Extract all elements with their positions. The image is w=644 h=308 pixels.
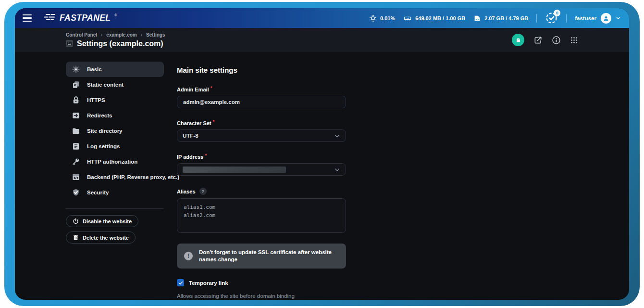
sidebar-item-label: Basic [87,66,102,72]
fastpanel-logo[interactable]: FASTPANEL ® [44,13,117,23]
breadcrumb-item-settings: Settings [146,32,165,38]
disk-usage-stat: 2.07 GB / 4.79 GB [473,14,528,22]
help-icon[interactable]: ? [199,188,207,195]
cpu-icon [369,14,377,22]
ip-address-label: IP address* [177,154,346,160]
chevron-down-icon [334,133,340,139]
logo-registered-mark: ® [114,13,117,17]
settings-sidebar: BasicStatic contentHTTPSRedirectsSite di… [66,62,164,300]
ip-redacted-value [183,167,286,173]
aliases-group: Aliases ? alias1.com alias2.com [177,188,346,235]
sidebar-item-label: Static content [87,82,124,88]
action-label: Disable the website [83,218,132,224]
required-mark: * [205,153,207,158]
disable-the-website-button[interactable]: Disable the website [66,215,138,227]
breadcrumb-separator: › [101,32,102,38]
topbar-divider [536,14,537,23]
sidebar-item-log-settings[interactable]: Log settings [66,139,164,154]
marketplace-button[interactable] [512,34,524,46]
ssl-warning-banner: ! Don't forget to update SSL certificate… [177,244,346,269]
sidebar-item-security[interactable]: Security [66,185,164,200]
page-title: Settings (example.com) [77,39,163,48]
lock-icon [72,96,80,104]
sidebar-nav: BasicStatic contentHTTPSRedirectsSite di… [66,62,164,200]
window-frame: FASTPANEL ® 0.01% 649.02 MB / 1.00 GB [4,2,640,306]
check-icon [178,281,183,285]
topbar: FASTPANEL ® 0.01% 649.02 MB / 1.00 GB [15,8,629,28]
trash-icon [73,234,79,241]
delete-the-website-button[interactable]: Delete the website [66,231,136,244]
temporary-link-help-text: Allows accessing the site before domain … [177,293,346,299]
ram-usage-stat: 649.02 MB / 1.00 GB [403,14,465,22]
ssl-warning-text: Don't forget to update SSL certificate a… [199,249,339,263]
redirect-icon [72,111,80,120]
cpu-usage-value: 0.01% [380,15,395,21]
action-label: Delete the website [83,235,129,241]
page-header: Control Panel›example.com›Settings Setti… [15,28,629,52]
aliases-label: Aliases ? [177,188,346,195]
sidebar-item-https[interactable]: HTTPS [66,92,164,108]
disk-icon [473,14,481,22]
logo-text: FASTPANEL [60,13,111,23]
admin-email-field[interactable] [177,96,346,108]
main-form: Main site settings Admin Email* Characte… [177,62,346,300]
ip-address-select[interactable] [177,163,346,176]
temporary-link-checkbox-row[interactable]: Temporary link [177,279,346,286]
files-icon [72,80,80,89]
power-icon [73,218,79,224]
form-heading: Main site settings [177,66,346,74]
chevron-down-icon [616,15,621,21]
sidebar-divider [66,208,164,209]
apps-grid-button[interactable] [570,36,578,44]
notifications-button[interactable]: 0 [545,12,558,25]
sidebar-item-label: Log settings [87,143,120,149]
topbar-divider [566,14,567,23]
charset-group: Character Set* UTF-8 [177,120,346,142]
notifications-badge: 0 [554,10,560,16]
sidebar-item-backend-php-reverse-proxy-etc[interactable]: Backend (PHP, Reverse proxy, etc.) [66,169,164,185]
key-icon [72,157,80,166]
sidebar-item-label: Site directory [87,128,123,134]
breadcrumb: Control Panel›example.com›Settings [66,32,165,38]
charset-label: Character Set* [177,120,346,126]
log-icon [72,142,80,151]
breadcrumb-item-example-com[interactable]: example.com [106,32,136,38]
admin-email-label: Admin Email* [177,87,346,92]
sidebar-item-http-authorization[interactable]: HTTP authorization [66,154,164,169]
info-icon [552,36,561,45]
charset-selected-value: UTF-8 [183,133,198,139]
sidebar-item-basic[interactable]: Basic [66,62,164,77]
sidebar-item-label: Security [87,190,109,195]
open-site-button[interactable] [533,36,543,45]
user-menu[interactable]: fastuser [575,13,621,24]
cpu-usage-stat: 0.01% [369,14,395,22]
alert-icon: ! [184,252,193,260]
avatar [601,13,611,24]
username: fastuser [575,15,596,21]
app-window: FASTPANEL ® 0.01% 649.02 MB / 1.00 GB [15,8,629,300]
logo-lines-icon [44,13,56,21]
ip-address-group: IP address* [177,154,346,176]
gear-icon [72,65,80,74]
breadcrumb-item-control-panel[interactable]: Control Panel [66,32,97,38]
info-button[interactable] [552,36,561,45]
sidebar-item-redirects[interactable]: Redirects [66,108,164,123]
sidebar-item-static-content[interactable]: Static content [66,77,164,92]
admin-email-group: Admin Email* [177,87,346,108]
breadcrumb-separator: › [141,32,142,38]
aliases-textarea[interactable]: alias1.com alias2.com [177,198,346,233]
temporary-link-checkbox[interactable] [177,279,184,286]
chevron-down-icon [334,167,340,173]
temporary-link-label: Temporary link [189,280,228,286]
website-icon [66,40,73,47]
ram-usage-value: 649.02 MB / 1.00 GB [415,15,465,21]
charset-select[interactable]: UTF-8 [177,129,346,142]
required-mark: * [211,86,212,91]
hamburger-menu-icon[interactable] [22,13,33,24]
sidebar-item-label: Redirects [87,113,112,118]
grid-icon [570,36,578,44]
sidebar-item-site-directory[interactable]: Site directory [66,123,164,139]
ram-icon [403,14,412,22]
code-icon [72,173,80,181]
sidebar-item-label: HTTPS [87,97,105,103]
